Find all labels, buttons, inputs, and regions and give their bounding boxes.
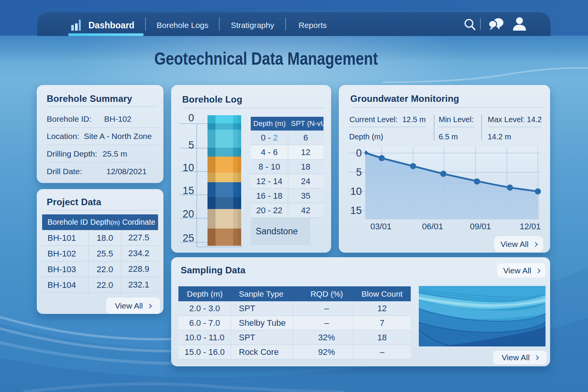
svg-text:15: 15 [183, 185, 194, 196]
svg-text:09/01: 09/01 [470, 222, 491, 231]
svg-text:20: 20 [183, 208, 194, 220]
svg-text:10: 10 [350, 186, 362, 197]
svg-text:12/01: 12/01 [519, 222, 541, 231]
svg-text:5: 5 [356, 167, 362, 178]
svg-text:15: 15 [350, 205, 362, 216]
svg-text:06/01: 06/01 [422, 222, 443, 231]
svg-text:0: 0 [188, 112, 194, 124]
svg-text:5: 5 [188, 139, 194, 151]
svg-text:03/01: 03/01 [370, 222, 391, 231]
svg-text:10: 10 [183, 162, 194, 173]
svg-text:25: 25 [183, 232, 194, 244]
svg-text:0: 0 [356, 147, 362, 159]
